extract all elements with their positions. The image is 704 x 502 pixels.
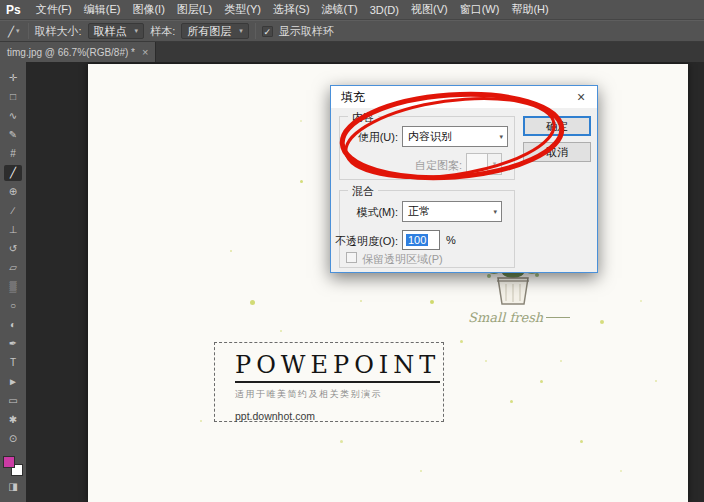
mode-label: 模式(M): [356, 205, 398, 220]
paint-speckle [300, 180, 303, 183]
chevron-down-icon: ▾ [493, 208, 497, 216]
lasso-tool[interactable]: ∿ [4, 108, 22, 124]
chevron-down-icon: ▾ [135, 27, 139, 35]
blur-tool[interactable]: ○ [4, 298, 22, 314]
sample-value: 所有图层 [187, 24, 231, 39]
close-tab-icon[interactable]: × [142, 47, 148, 57]
path-selection-tool[interactable]: ► [4, 374, 22, 390]
sample-size-label: 取样大小: [35, 24, 82, 39]
clone-stamp-tool[interactable]: ⊥ [4, 222, 22, 238]
dialog-titlebar[interactable]: 填充 [331, 86, 597, 108]
brush-tool[interactable]: ∕ [4, 203, 22, 219]
type-tool[interactable]: T [4, 355, 22, 371]
preserve-transparency-checkbox[interactable] [346, 252, 357, 263]
menu-bar: Ps 文件(F) 编辑(E) 图像(I) 图层(L) 类型(Y) 选择(S) 滤… [0, 0, 704, 20]
crop-tool[interactable]: # [4, 146, 22, 162]
eraser-tool[interactable]: ▱ [4, 260, 22, 276]
rectangle-tool[interactable]: ▭ [4, 393, 22, 409]
pen-tool[interactable]: ✒ [4, 336, 22, 352]
quick-mask-icon[interactable]: ◨ [4, 479, 22, 495]
chevron-down-icon: ▾ [499, 133, 503, 141]
tab-bar: timg.jpg @ 66.7%(RGB/8#) * × [0, 42, 704, 62]
sample-size-value: 取样点 [94, 24, 127, 39]
menu-file[interactable]: 文件(F) [30, 0, 78, 19]
marquee-tool[interactable]: □ [4, 89, 22, 105]
menu-window[interactable]: 窗口(W) [454, 0, 506, 19]
use-dropdown[interactable]: 内容识别 ▾ [402, 126, 508, 147]
menu-layer[interactable]: 图层(L) [171, 0, 218, 19]
paint-speckle [250, 300, 255, 305]
ok-button[interactable]: 确定 [523, 116, 591, 136]
sample-size-dropdown[interactable]: 取样点 ▾ [88, 23, 145, 39]
eyedropper-preset-icon[interactable]: ╱ ▾ [6, 26, 22, 37]
screen-mode-icon[interactable]: ▣ [4, 498, 22, 502]
blending-group: 混合 模式(M): 正常 ▾ 不透明度(O): 100 % 保留透明区域(P) [339, 190, 515, 268]
pattern-swatch [466, 153, 488, 175]
paint-speckle [600, 320, 604, 324]
paint-speckle [340, 440, 343, 443]
healing-brush-tool[interactable]: ⊕ [4, 184, 22, 200]
foreground-color-swatch[interactable] [3, 456, 15, 468]
content-group-label: 内容 [348, 110, 378, 125]
menu-view[interactable]: 视图(V) [405, 0, 454, 19]
title-block: POWEPOINT 适用于唯美简约及相关类别演示 ppt.downhot.com [214, 342, 444, 422]
paint-speckle [560, 360, 562, 362]
photoshop-logo: Ps [0, 3, 30, 17]
menu-filter[interactable]: 滤镜(T) [316, 0, 364, 19]
sample-dropdown[interactable]: 所有图层 ▾ [181, 23, 249, 39]
document-tab-title: timg.jpg @ 66.7%(RGB/8#) * [7, 47, 135, 58]
paint-speckle [510, 400, 513, 403]
opacity-input[interactable]: 100 [402, 230, 440, 250]
custom-pattern-picker: ▾ [466, 153, 502, 175]
chevron-down-icon: ▾ [239, 27, 243, 35]
menu-type[interactable]: 类型(Y) [218, 0, 267, 19]
paint-speckle [620, 470, 622, 472]
show-sampling-ring-checkbox[interactable]: ✓ [262, 26, 273, 37]
paint-speckle [230, 250, 232, 252]
eyedropper-icon: ╱ [8, 26, 14, 37]
content-group: 内容 使用(U): 内容识别 ▾ 自定图案: ▾ [339, 116, 515, 180]
paint-speckle [300, 120, 302, 122]
menu-help[interactable]: 帮助(H) [505, 0, 554, 19]
move-tool[interactable]: ✛ [4, 70, 22, 86]
cancel-button[interactable]: 取消 [523, 142, 591, 162]
custom-pattern-label: 自定图案: [415, 158, 462, 173]
paint-speckle [485, 360, 487, 362]
flourish-line [546, 317, 570, 318]
color-swatches [3, 456, 23, 476]
handwriting-text: Small fresh [468, 310, 570, 325]
paint-speckle [540, 380, 543, 383]
gradient-tool[interactable]: ▒ [4, 279, 22, 295]
mode-value: 正常 [408, 204, 430, 219]
document-url-text: ppt.downhot.com [235, 410, 443, 422]
options-bar: ╱ ▾ 取样大小: 取样点 ▾ 样本: 所有图层 ▾ ✓ 显示取样环 [0, 20, 704, 42]
document-title-text: POWEPOINT [235, 351, 440, 383]
show-sampling-ring-label: 显示取样环 [279, 24, 334, 39]
document-subtitle-text: 适用于唯美简约及相关类别演示 [235, 388, 443, 401]
quick-selection-tool[interactable]: ✎ [4, 127, 22, 143]
close-dialog-icon[interactable]: × [565, 86, 597, 108]
menu-3d[interactable]: 3D(D) [364, 0, 405, 19]
zoom-tool[interactable]: ⊙ [4, 431, 22, 447]
paint-speckle [360, 300, 362, 302]
menu-select[interactable]: 选择(S) [267, 0, 316, 19]
blending-group-label: 混合 [348, 184, 378, 199]
paint-speckle [460, 340, 463, 343]
menu-image[interactable]: 图像(I) [126, 0, 170, 19]
history-brush-tool[interactable]: ↺ [4, 241, 22, 257]
chevron-down-icon: ▾ [16, 27, 20, 35]
document-tab[interactable]: timg.jpg @ 66.7%(RGB/8#) * × [0, 42, 156, 62]
fill-dialog: 填充 × 内容 使用(U): 内容识别 ▾ 自定图案: ▾ 混合 模式(M): … [330, 85, 598, 273]
dodge-tool[interactable]: ◐ [4, 317, 22, 333]
handwriting-label: Small fresh [468, 310, 543, 325]
menu-edit[interactable]: 编辑(E) [78, 0, 127, 19]
hand-tool[interactable]: ✱ [4, 412, 22, 428]
paint-speckle [200, 420, 202, 422]
opacity-label: 不透明度(O): [335, 234, 398, 249]
paint-speckle [420, 470, 422, 472]
mode-dropdown[interactable]: 正常 ▾ [402, 201, 502, 222]
separator [28, 23, 29, 39]
eyedropper-tool[interactable]: ╱ [4, 165, 22, 181]
sample-label: 样本: [150, 24, 175, 39]
use-label: 使用(U): [358, 130, 398, 145]
